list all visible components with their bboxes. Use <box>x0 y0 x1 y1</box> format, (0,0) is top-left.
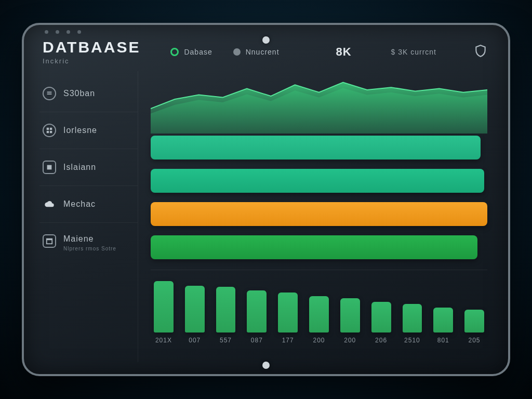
x-tick: 205 <box>464 337 484 344</box>
svg-rect-8 <box>47 239 52 241</box>
vbar <box>403 304 422 332</box>
handle-bottom-icon <box>262 362 270 369</box>
vbar <box>340 298 360 332</box>
sidebar-item-label: Islaiann <box>63 163 96 172</box>
vbar <box>464 310 484 332</box>
grid-icon <box>43 124 56 137</box>
vbar <box>185 286 205 332</box>
sidebar-item-label: Maiene <box>63 234 94 243</box>
cube-icon <box>43 161 56 174</box>
divider <box>151 270 487 270</box>
x-tick: 177 <box>278 337 298 344</box>
app-subtitle: Inckric <box>43 57 140 65</box>
x-tick: 2510 <box>403 337 422 344</box>
legend-label: Dabase <box>184 48 212 56</box>
svg-rect-6 <box>47 165 52 170</box>
sidebar-item-maiene[interactable]: Maiene Nlprers rmos Sotre <box>39 223 138 263</box>
x-tick: 206 <box>371 337 391 344</box>
sidebar-item-label: Iorlesne <box>63 126 97 135</box>
horizontal-bars <box>151 136 487 259</box>
ring-icon <box>170 48 179 56</box>
hbar-2 <box>151 169 484 193</box>
charts-panel: 201X0075570871772002002062510801205 <box>138 71 493 362</box>
x-tick: 200 <box>309 337 329 344</box>
x-tick: 087 <box>247 337 267 344</box>
legend-label: Nnucrent <box>246 48 280 56</box>
legend: Dabase Nnucrent <box>170 48 279 56</box>
vbar <box>278 292 298 332</box>
app-title: DATBAASE <box>43 38 140 56</box>
stat-current: $ 3K currcnt <box>391 48 436 56</box>
svg-rect-3 <box>50 128 52 130</box>
svg-rect-1 <box>47 94 52 95</box>
sidebar-item-label: S30ban <box>63 89 95 98</box>
sidebar-item-iorlesne[interactable]: Iorlesne <box>39 112 138 149</box>
sidebar-item-mechac[interactable]: Mechac <box>39 186 138 223</box>
sidebar-item-s30ban[interactable]: S30ban <box>39 75 138 112</box>
x-tick: 007 <box>185 337 205 344</box>
svg-rect-4 <box>47 131 49 133</box>
svg-rect-5 <box>50 131 52 133</box>
circle-lines-icon <box>43 87 56 100</box>
vertical-bar-chart <box>151 275 487 332</box>
hbar-3 <box>151 202 487 226</box>
handle-top-icon <box>262 36 270 44</box>
calendar-icon <box>43 234 56 248</box>
vbar <box>371 302 391 332</box>
vbar <box>309 296 329 332</box>
sidebar-item-sublabel: Nlprers rmos Sotre <box>63 246 116 251</box>
svg-rect-2 <box>47 128 49 130</box>
area-chart <box>151 71 487 134</box>
x-tick: 200 <box>340 337 360 344</box>
x-tick: 801 <box>433 337 453 344</box>
vbar <box>247 290 267 332</box>
legend-item-current[interactable]: Nnucrent <box>233 48 280 56</box>
stat-total: 8K <box>336 45 351 59</box>
x-axis: 201X0075570871772002002062510801205 <box>151 332 487 344</box>
svg-rect-0 <box>47 92 52 93</box>
legend-item-database[interactable]: Dabase <box>170 48 212 56</box>
dot-icon <box>233 48 241 56</box>
vbar <box>216 287 236 332</box>
sidebar-item-islaiann[interactable]: Islaiann <box>39 149 138 186</box>
vbar <box>433 308 453 332</box>
vbar <box>154 281 174 332</box>
shield-icon[interactable] <box>474 44 487 60</box>
hbar-1 <box>151 136 481 159</box>
x-tick: 557 <box>216 337 236 344</box>
sidebar-item-label: Mechac <box>63 200 96 209</box>
hbar-4 <box>151 235 477 259</box>
x-tick: 201X <box>154 337 174 344</box>
window-dots <box>45 30 81 34</box>
sidebar: S30ban Iorlesne Islaiann Mechac Maiene N… <box>39 71 138 362</box>
dashboard-window: DATBAASE Inckric Dabase Nnucrent 8K $ 3K… <box>22 23 510 376</box>
cloud-icon <box>43 197 56 211</box>
